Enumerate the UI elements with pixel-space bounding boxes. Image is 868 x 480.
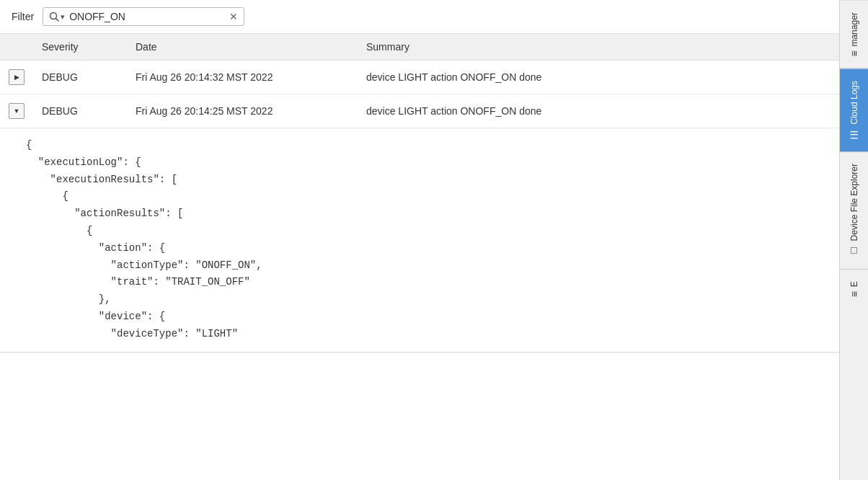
sidebar-tab-manager-label: manager — [849, 12, 859, 46]
sidebar-tab-other[interactable]: ≡ E — [840, 269, 868, 308]
sidebar-tab-other-label: E — [849, 281, 859, 287]
search-icon: ▾ — [49, 12, 65, 22]
row-toggle-cell — [0, 94, 33, 128]
row-summary: device LIGHT action ONOFF_ON done — [358, 94, 839, 128]
sidebar-tab-device-file-explorer[interactable]: □ Device File Explorer — [840, 151, 868, 268]
sidebar-tab-device-file-label: Device File Explorer — [849, 164, 859, 241]
svg-line-1 — [56, 19, 59, 22]
row-severity: DEBUG — [33, 94, 127, 128]
json-viewer: { "executionLog": { "executionResults": … — [0, 128, 839, 352]
row-json-content: { "executionLog": { "executionResults": … — [0, 128, 839, 353]
col-summary-header: Summary — [358, 34, 839, 61]
log-table: Severity Date Summary DEBUGFri Aug 26 20… — [0, 34, 839, 353]
table-header-row: Severity Date Summary — [0, 34, 839, 61]
table-row: DEBUGFri Aug 26 20:14:32 MST 2022device … — [0, 61, 839, 94]
col-date-header: Date — [127, 34, 358, 61]
table-row: DEBUGFri Aug 26 20:14:25 MST 2022device … — [0, 94, 839, 128]
row-toggle-cell — [0, 61, 33, 94]
expand-button[interactable] — [9, 69, 25, 85]
filter-input-container: ▾ ✕ — [43, 7, 244, 26]
row-summary: device LIGHT action ONOFF_ON done — [358, 61, 839, 94]
sidebar-tab-manager[interactable]: ≡ manager — [840, 0, 868, 68]
row-severity: DEBUG — [33, 61, 127, 94]
manager-icon: ≡ — [849, 50, 860, 56]
filter-bar: Filter ▾ ✕ — [0, 0, 839, 34]
row-date: Fri Aug 26 20:14:25 MST 2022 — [127, 94, 358, 128]
row-date: Fri Aug 26 20:14:32 MST 2022 — [127, 61, 358, 94]
table-row-expanded: { "executionLog": { "executionResults": … — [0, 128, 839, 353]
filter-label: Filter — [12, 11, 34, 22]
cloud-logs-icon: ☰ — [849, 128, 860, 140]
filter-clear-button[interactable]: ✕ — [229, 12, 238, 22]
log-table-container: Severity Date Summary DEBUGFri Aug 26 20… — [0, 34, 839, 480]
right-sidebar: ≡ manager ☰ Cloud Logs □ Device File Exp… — [839, 0, 868, 480]
filter-input[interactable] — [69, 11, 225, 22]
device-file-icon: □ — [849, 246, 860, 257]
col-severity-header: Severity — [33, 34, 127, 61]
sidebar-tab-cloud-logs-label: Cloud Logs — [849, 81, 859, 125]
collapse-button[interactable] — [9, 103, 25, 119]
other-icon: ≡ — [849, 291, 860, 297]
col-toggle-header — [0, 34, 33, 61]
sidebar-tab-cloud-logs[interactable]: ☰ Cloud Logs — [840, 68, 868, 152]
